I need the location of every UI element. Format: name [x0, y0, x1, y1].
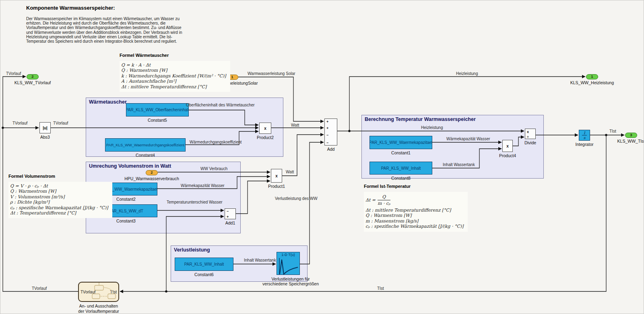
port-label-kls-ww-heizleistung: KLS_WW_Heizleistung: [570, 80, 614, 85]
divide-caption: Divide: [524, 140, 536, 145]
block-constant4[interactable]: PAR_KLS_WW_Waermedurchgangskoeffizient: [105, 138, 186, 152]
block-constant6[interactable]: PAR_KLS_WW_Inhalt: [175, 258, 233, 271]
block-add1[interactable]: −+: [225, 208, 236, 219]
chart-caption: An- und Ausschalten: [79, 304, 118, 308]
constant-label: PAR_KLS_WW_Waermekapazitaet: [95, 187, 157, 191]
operator-port-sign: −: [227, 210, 229, 213]
constant8-caption: Constant8: [391, 176, 411, 181]
block-lookup-table[interactable]: 1-D T(u): [277, 252, 300, 275]
operator-symbol: x: [503, 140, 512, 152]
port-hpu-warmwasserverbrauch[interactable]: 2: [146, 170, 158, 175]
port-number: 2: [31, 75, 33, 79]
block-product4[interactable]: x: [502, 140, 513, 152]
constant-label: PAR_KLS_WW_Inhalt: [184, 262, 224, 266]
chart-caption: der Vorlauftemperatur: [78, 309, 119, 314]
constant-label: PAR_KLS_WW_dT: [109, 209, 143, 213]
port-label-sol-waermeleistungsolar: SOL_WaermeleistungSolar: [207, 81, 258, 85]
block-product2[interactable]: x: [259, 123, 271, 134]
operator-symbol: x: [260, 123, 271, 133]
product4-caption: Product4: [499, 153, 516, 158]
port-label-kls-ww-tvorlauf: KLS_WW_TVorlauf: [14, 80, 51, 85]
lookup-caption: verschiedene Speichergrößen: [262, 281, 319, 286]
constant6-caption: Constant6: [194, 272, 214, 277]
operator-port-sign: +: [326, 127, 328, 130]
block-abs3[interactable]: |u|: [39, 122, 51, 133]
block-divide[interactable]: x÷: [525, 129, 536, 139]
block-layer: PAR_KLS_WW_OberflaecheninhaltConstant5PA…: [0, 0, 644, 314]
operator-symbol: x: [271, 169, 282, 182]
operator-port-sign: +: [326, 120, 328, 124]
abs3-caption: Abs3: [40, 135, 50, 139]
port-kls-ww-tvorlauf[interactable]: 2: [27, 74, 39, 79]
block-constant2[interactable]: PAR_KLS_WW_Waermekapazitaet: [95, 183, 157, 195]
operator-symbol: |u|: [40, 123, 50, 133]
block-add[interactable]: ++−−: [324, 119, 337, 146]
port-label-hpu-warmwasserverbrauch: HPU_Warmwasserverbrauch: [124, 176, 179, 181]
constant-label: PAR_KLS_WW_Oberflaecheninhalt: [126, 108, 189, 112]
constant1-caption: Constant1: [391, 150, 411, 155]
constant-label: PAR_KLS_WW_Inhalt: [381, 166, 421, 171]
port-number: 2: [151, 171, 153, 175]
operator-port-sign: x: [527, 130, 529, 134]
block-product1[interactable]: x: [271, 169, 282, 183]
constant4-caption: Constant4: [136, 153, 155, 158]
port-sol-waermeleistungsolar[interactable]: 1: [226, 75, 238, 80]
block-stateflow-chart[interactable]: TVorlaufTIst: [78, 282, 119, 302]
constant2-caption: Constant2: [116, 197, 136, 202]
lookup-caption: Verlustleistungen für: [271, 277, 310, 281]
constant3-caption: Constant3: [116, 218, 136, 223]
statechart-icon: [79, 283, 118, 301]
product1-caption: Product1: [268, 184, 285, 189]
block-constant8[interactable]: PAR_KLS_WW_Inhalt: [369, 162, 432, 175]
operator-port-sign: −: [326, 141, 328, 145]
block-constant3[interactable]: PAR_KLS_WW_dT: [95, 204, 157, 217]
product2-caption: Product2: [257, 135, 274, 140]
port-label-kls-ww-tist: KLS_WW_TIst: [617, 139, 644, 143]
integrator-fraction: 1s: [579, 130, 590, 140]
operator-port-sign: −: [326, 133, 328, 137]
constant-label: PAR_KLS_WW_Waermekapazitaet: [369, 140, 432, 145]
block-integrator[interactable]: 1s: [579, 130, 590, 141]
constant-label: PAR_KLS_WW_Waermedurchgangskoeffizient: [106, 143, 184, 147]
port-kls-ww-heizleistung[interactable]: 1: [586, 74, 598, 79]
port-kls-ww-tist[interactable]: 3: [625, 133, 637, 138]
operator-port-sign: ÷: [527, 135, 529, 139]
port-number: 3: [630, 133, 632, 137]
constant5-caption: Constant5: [148, 118, 167, 123]
port-number: 1: [231, 75, 233, 79]
add1-caption: Add1: [225, 220, 235, 225]
operator-port-sign: +: [227, 215, 229, 219]
lookup-header: 1-D T(u): [277, 253, 299, 257]
block-constant1[interactable]: PAR_KLS_WW_Waermekapazitaet: [369, 136, 432, 149]
port-number: 1: [591, 75, 593, 79]
block-constant5[interactable]: PAR_KLS_WW_Oberflaecheninhalt: [126, 103, 189, 116]
add-caption: Add: [327, 147, 335, 152]
simulink-canvas: WärmetauscherUmrechung Volumenstrom in W…: [0, 0, 644, 314]
lookup-curve-icon: [277, 257, 300, 275]
integrator-caption: Integrator: [576, 142, 594, 147]
